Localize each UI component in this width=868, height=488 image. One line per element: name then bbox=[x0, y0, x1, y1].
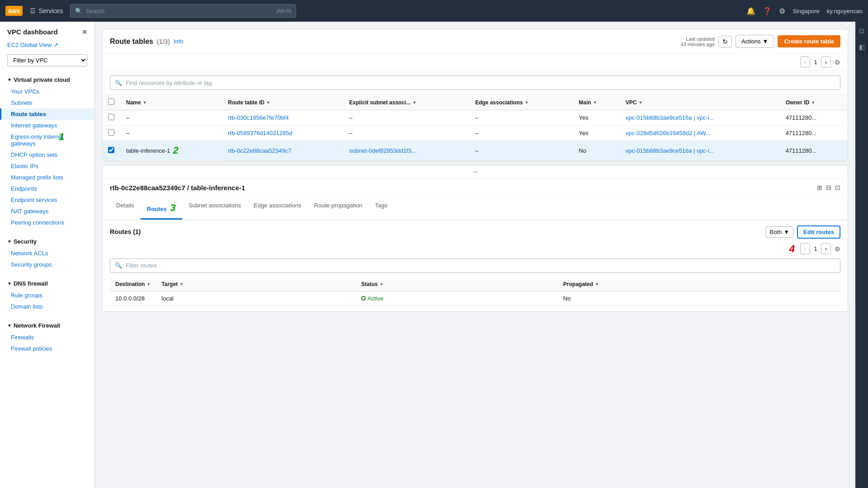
routes-col-status[interactable]: Status ▼ bbox=[356, 277, 558, 291]
tab-edge-associations[interactable]: Edge associations bbox=[247, 197, 308, 220]
prev-page-button[interactable]: ‹ bbox=[800, 56, 810, 68]
search-input[interactable] bbox=[86, 8, 273, 14]
sidebar-item-prefix-lists[interactable]: Managed prefix lists bbox=[0, 172, 94, 183]
subnet-assoc-link[interactable]: subnet-0def82853dd1f3... bbox=[349, 147, 416, 154]
sidebar-item-firewall-policies[interactable]: Firewall policies bbox=[0, 343, 94, 354]
routes-col-destination[interactable]: Destination ▼ bbox=[110, 277, 156, 291]
sidebar-item-elastic-ips[interactable]: Elastic IPs bbox=[0, 160, 94, 172]
col-edge-assoc[interactable]: Edge associations ▼ bbox=[470, 95, 573, 110]
sidebar-item-internet-gateways[interactable]: Internet gateways bbox=[0, 120, 94, 131]
row-3-checkbox[interactable] bbox=[108, 147, 114, 153]
region-selector[interactable]: Singapore bbox=[793, 8, 819, 14]
sidebar-item-endpoints[interactable]: Endpoints bbox=[0, 183, 94, 194]
notification-icon[interactable]: 🔔 bbox=[746, 7, 755, 15]
routes-next-button[interactable]: › bbox=[821, 243, 831, 254]
sidebar-item-route-tables[interactable]: Route tables bbox=[0, 108, 94, 120]
create-route-table-button[interactable]: Create route table bbox=[778, 35, 840, 47]
column-settings-icon[interactable]: ⚙ bbox=[835, 59, 840, 66]
sidebar-item-rule-groups[interactable]: Rule groups bbox=[0, 290, 94, 301]
both-dropdown-icon: ▼ bbox=[783, 229, 789, 235]
sidebar-item-peering[interactable]: Peering connections bbox=[0, 217, 94, 228]
tab-details[interactable]: Details bbox=[110, 197, 141, 220]
top-nav: aws ☲ Services 🔍 [Alt+S] 🔔 ❓ ⚙ Singapore… bbox=[0, 0, 868, 22]
col-name[interactable]: Name ▼ bbox=[121, 95, 222, 110]
sidebar-item-subnets[interactable]: Subnets bbox=[0, 97, 94, 108]
tab-tags[interactable]: Tags bbox=[369, 197, 394, 220]
right-icon-2[interactable]: ◧ bbox=[859, 43, 865, 51]
right-icon-1[interactable]: ⊡ bbox=[859, 27, 864, 34]
select-all-checkbox[interactable] bbox=[108, 99, 114, 105]
routes-title: Routes (1) bbox=[110, 228, 141, 235]
table-row[interactable]: – rtb-0589376d14031285d – – Yes vpc-028d… bbox=[103, 126, 848, 141]
services-nav[interactable]: ☲ Services bbox=[30, 7, 63, 14]
tab-subnet-associations[interactable]: Subnet associations bbox=[182, 197, 247, 220]
info-link[interactable]: Info bbox=[174, 38, 184, 45]
route-table-id-link-1[interactable]: rtb-030c1956e7fe70bf4 bbox=[228, 114, 288, 121]
sidebar-item-your-vpcs[interactable]: Your VPCs bbox=[0, 86, 94, 97]
status-badge: Active bbox=[368, 295, 383, 302]
next-page-button[interactable]: › bbox=[821, 56, 831, 68]
drag-handle[interactable]: ═ bbox=[103, 165, 848, 178]
row-1-checkbox[interactable] bbox=[108, 114, 114, 120]
tab-routes[interactable]: Routes 3 bbox=[141, 197, 182, 220]
routes-prev-button[interactable]: ‹ bbox=[800, 243, 810, 254]
routes-settings-icon[interactable]: ⚙ bbox=[835, 245, 840, 253]
ec2-global-view-link[interactable]: EC2 Global View ↗ bbox=[0, 39, 94, 51]
user-menu[interactable]: ky.nguyencao bbox=[827, 8, 863, 14]
sidebar-section-dns-firewall[interactable]: ▼ DNS firewall bbox=[0, 277, 94, 290]
close-icon[interactable]: ✕ bbox=[82, 28, 87, 36]
settings-icon[interactable]: ⚙ bbox=[779, 7, 785, 15]
vpc-link-1[interactable]: vpc-015b68b3ae9ce516a | vpc-i... bbox=[626, 114, 714, 121]
routes-filter-input[interactable] bbox=[126, 262, 835, 269]
sidebar-item-dhcp[interactable]: DHCP option sets bbox=[0, 149, 94, 160]
sidebar-item-endpoint-services[interactable]: Endpoint services bbox=[0, 194, 94, 206]
route-table-id-link-2[interactable]: rtb-0589376d14031285d bbox=[228, 130, 292, 136]
col-explicit-subnet[interactable]: Explicit subnet associ... ▼ bbox=[344, 95, 470, 110]
page-number: 1 bbox=[814, 59, 817, 66]
route-table-id-link-3[interactable]: rtb-0c22e88caa52349c7 bbox=[228, 147, 291, 154]
vpc-link-3[interactable]: vpc-015b68b3ae9ce516a | vpc-i... bbox=[626, 147, 714, 154]
detail-title: rtb-0c22e88caa52349c7 / table-inference-… bbox=[110, 184, 245, 192]
status-dot bbox=[361, 296, 366, 300]
routes-filter-icon: 🔍 bbox=[115, 262, 122, 269]
route-tables-table: Name ▼ Route table ID ▼ Explicit subnet … bbox=[103, 95, 848, 161]
aws-logo: aws bbox=[5, 6, 23, 16]
sidebar-item-domain-lists[interactable]: Domain lists bbox=[0, 301, 94, 312]
vpc-link-2[interactable]: vpc-028d5d626b16458d2 | AW... bbox=[626, 130, 711, 136]
panel-search-icon: 🔍 bbox=[115, 80, 122, 86]
resource-search-input[interactable] bbox=[126, 80, 835, 86]
tab-route-propagation[interactable]: Route propagation bbox=[308, 197, 369, 220]
actions-button[interactable]: Actions ▼ bbox=[736, 35, 774, 48]
sidebar-section-network-firewall[interactable]: ▼ Network Firewall bbox=[0, 319, 94, 332]
routes-col-propagated[interactable]: Propagated ▼ bbox=[558, 277, 840, 291]
filter-by-vpc-select[interactable]: Filter by VPC bbox=[7, 54, 87, 66]
search-icon: 🔍 bbox=[75, 8, 82, 14]
table-row[interactable]: – rtb-030c1956e7fe70bf4 – – Yes vpc-015b… bbox=[103, 110, 848, 126]
split-horizontal-icon[interactable]: ⊟ bbox=[826, 184, 831, 191]
edit-routes-button[interactable]: Edit routes bbox=[797, 225, 840, 239]
actions-dropdown-icon: ▼ bbox=[763, 38, 769, 45]
table-row[interactable]: table-inference-1 2 rtb-0c22e88caa52349c… bbox=[103, 141, 848, 161]
col-main[interactable]: Main ▼ bbox=[573, 95, 620, 110]
search-bar[interactable]: 🔍 [Alt+S] bbox=[70, 4, 296, 18]
row-2-checkbox[interactable] bbox=[108, 129, 114, 136]
sidebar-section-security[interactable]: ▼ Security bbox=[0, 235, 94, 248]
help-icon[interactable]: ❓ bbox=[763, 7, 772, 15]
col-route-table-id[interactable]: Route table ID ▼ bbox=[222, 95, 344, 110]
sidebar-item-egress-only[interactable]: Egress-only Internet gateways bbox=[0, 131, 94, 149]
col-vpc[interactable]: VPC ▼ bbox=[620, 95, 780, 110]
sidebar-item-nat-gateways[interactable]: NAT gateways bbox=[0, 206, 94, 217]
annotation-4: 4 bbox=[789, 243, 795, 255]
routes-page-number: 1 bbox=[814, 245, 817, 252]
sidebar-item-security-groups[interactable]: Security groups bbox=[0, 259, 94, 270]
sidebar-item-firewalls[interactable]: Firewalls bbox=[0, 332, 94, 343]
col-owner[interactable]: Owner ID ▼ bbox=[780, 95, 848, 110]
refresh-button[interactable]: ↻ bbox=[718, 36, 732, 47]
collapse-icon[interactable]: ⊡ bbox=[835, 184, 840, 191]
sidebar-section-vpc[interactable]: ▼ Virtual private cloud bbox=[0, 74, 94, 86]
routes-col-target[interactable]: Target ▼ bbox=[156, 277, 356, 291]
sidebar-item-network-acls[interactable]: Network ACLs bbox=[0, 248, 94, 259]
expand-icon[interactable]: ⊞ bbox=[817, 184, 822, 191]
both-selector[interactable]: Both ▼ bbox=[765, 226, 793, 238]
routes-filter-bar: 🔍 bbox=[110, 258, 840, 273]
